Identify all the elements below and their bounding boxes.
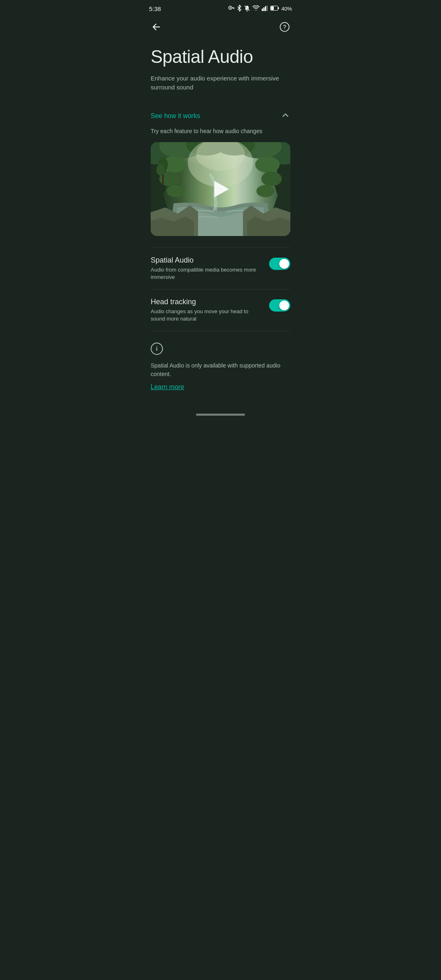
svg-rect-12 — [271, 7, 274, 10]
section-header-title: See how it works — [151, 112, 200, 120]
svg-rect-10 — [267, 5, 268, 11]
battery-icon — [270, 5, 279, 12]
svg-point-1 — [229, 7, 231, 8]
info-icon: i — [151, 343, 163, 355]
head-tracking-toggle[interactable] — [269, 299, 290, 312]
svg-rect-13 — [278, 7, 279, 9]
svg-point-29 — [256, 185, 274, 197]
play-button[interactable] — [208, 177, 233, 201]
notification-muted-icon — [244, 5, 250, 13]
svg-rect-8 — [263, 7, 265, 11]
settings-section: Spatial Audio Audio from compatible medi… — [151, 247, 290, 331]
section-description: Try each feature to hear how audio chang… — [151, 127, 290, 136]
svg-point-32 — [156, 164, 165, 176]
head-tracking-title: Head tracking — [151, 298, 263, 306]
head-tracking-setting: Head tracking Audio changes as you move … — [151, 289, 290, 331]
spatial-audio-toggle-container[interactable] — [269, 258, 290, 270]
svg-rect-4 — [234, 8, 235, 9]
page-title: Spatial Audio — [151, 47, 290, 67]
svg-rect-2 — [232, 7, 234, 8]
svg-point-28 — [167, 185, 185, 197]
battery-percentage: 40% — [281, 6, 292, 12]
spatial-audio-toggle-knob — [279, 259, 289, 269]
svg-point-27 — [261, 172, 282, 186]
status-time: 5:38 — [149, 5, 161, 12]
play-icon — [214, 181, 229, 197]
see-how-it-works-toggle[interactable]: See how it works — [151, 105, 290, 127]
chevron-up-icon — [281, 110, 290, 122]
home-indicator-bar — [196, 414, 245, 416]
wifi-icon — [252, 5, 260, 12]
main-content: Spatial Audio Enhance your audio experie… — [141, 38, 300, 401]
back-button[interactable] — [147, 18, 165, 36]
head-tracking-toggle-container[interactable] — [269, 299, 290, 312]
spatial-audio-text: Spatial Audio Audio from compatible medi… — [151, 256, 269, 281]
svg-text:?: ? — [283, 24, 286, 30]
svg-rect-3 — [233, 8, 234, 9]
video-thumbnail[interactable] — [151, 142, 290, 236]
top-navigation: ? — [141, 16, 300, 38]
head-tracking-description: Audio changes as you move your head to s… — [151, 308, 263, 323]
bluetooth-icon — [237, 5, 242, 13]
status-icons: 40% — [228, 5, 292, 13]
info-icon-container: i — [151, 343, 290, 355]
spatial-audio-description: Audio from compatible media becomes more… — [151, 266, 263, 281]
status-bar: 5:38 — [141, 0, 300, 16]
info-section: i Spatial Audio is only available with s… — [151, 331, 290, 401]
spatial-audio-title: Spatial Audio — [151, 256, 263, 265]
svg-point-25 — [255, 156, 280, 173]
key-icon — [228, 5, 235, 12]
svg-rect-7 — [262, 9, 263, 11]
head-tracking-text: Head tracking Audio changes as you move … — [151, 298, 269, 323]
help-button[interactable]: ? — [276, 18, 294, 36]
info-text: Spatial Audio is only available with sup… — [151, 361, 290, 379]
learn-more-link[interactable]: Learn more — [151, 382, 184, 392]
home-indicator — [141, 409, 300, 419]
signal-icon — [262, 5, 268, 12]
spatial-audio-setting: Spatial Audio Audio from compatible medi… — [151, 247, 290, 289]
page-subtitle: Enhance your audio experience with immer… — [151, 74, 290, 92]
svg-rect-9 — [265, 6, 266, 11]
spatial-audio-toggle[interactable] — [269, 258, 290, 270]
head-tracking-toggle-knob — [279, 301, 289, 310]
